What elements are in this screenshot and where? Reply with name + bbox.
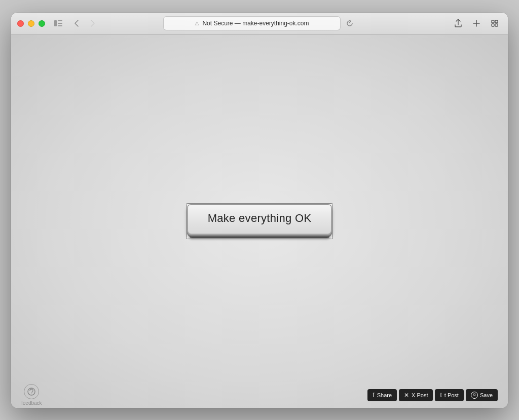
- feedback-label: feedback: [21, 400, 42, 406]
- tumblr-icon: t: [440, 392, 441, 399]
- maximize-button[interactable]: [39, 20, 45, 27]
- save-icon: ©: [471, 392, 478, 399]
- save-button[interactable]: © Save: [466, 389, 498, 401]
- x-icon: ✕: [404, 392, 409, 399]
- sidebar-toggle-button[interactable]: [51, 18, 65, 28]
- back-button[interactable]: [69, 18, 84, 28]
- key-base: [189, 234, 330, 238]
- browser-window: ⚠ Not Secure — make-everything-ok.com: [11, 13, 508, 408]
- svg-rect-5: [495, 20, 498, 23]
- share-label: Share: [377, 392, 392, 398]
- make-everything-ok-button[interactable]: Make everything OK: [186, 203, 333, 239]
- svg-rect-3: [58, 25, 62, 26]
- page-footer: feedback f Share ✕ X Post t t Post © Sav…: [11, 383, 508, 408]
- new-tab-button[interactable]: [469, 18, 484, 28]
- svg-rect-4: [492, 20, 494, 23]
- feedback-section: feedback: [21, 384, 42, 406]
- minimize-button[interactable]: [28, 20, 34, 27]
- svg-rect-0: [54, 20, 57, 26]
- forward-button[interactable]: [86, 18, 100, 28]
- t-post-label: t Post: [444, 392, 459, 398]
- facebook-icon: f: [373, 392, 374, 399]
- url-bar-container: ⚠ Not Secure — make-everything-ok.com: [163, 16, 356, 30]
- close-button[interactable]: [17, 20, 24, 27]
- page-content: Make everything OK feedback f S: [11, 35, 508, 408]
- reload-button[interactable]: [344, 17, 356, 29]
- button-label: Make everything OK: [208, 212, 312, 224]
- svg-rect-1: [58, 20, 62, 21]
- key-cap: Make everything OK: [187, 204, 332, 234]
- svg-rect-7: [495, 24, 498, 26]
- not-secure-icon: ⚠: [195, 21, 199, 26]
- url-bar[interactable]: ⚠ Not Secure — make-everything-ok.com: [163, 16, 341, 30]
- feedback-button[interactable]: [24, 384, 39, 399]
- save-label: Save: [480, 392, 493, 398]
- traffic-lights: [17, 20, 45, 27]
- svg-rect-6: [492, 24, 494, 26]
- window-toolbar-right: [451, 18, 502, 28]
- svg-rect-2: [58, 23, 62, 24]
- tumblr-post-button[interactable]: t t Post: [435, 389, 463, 401]
- nav-controls: [51, 18, 100, 28]
- svg-point-9: [31, 394, 32, 395]
- titlebar: ⚠ Not Secure — make-everything-ok.com: [11, 13, 508, 35]
- x-post-label: X Post: [412, 392, 428, 398]
- share-toolbar-button[interactable]: [451, 18, 465, 28]
- social-share-buttons: f Share ✕ X Post t t Post © Save: [367, 389, 498, 401]
- facebook-share-button[interactable]: f Share: [367, 389, 397, 401]
- url-text: Not Secure — make-everything-ok.com: [202, 20, 309, 27]
- x-post-button[interactable]: ✕ X Post: [399, 389, 433, 401]
- tab-overview-button[interactable]: [488, 18, 502, 28]
